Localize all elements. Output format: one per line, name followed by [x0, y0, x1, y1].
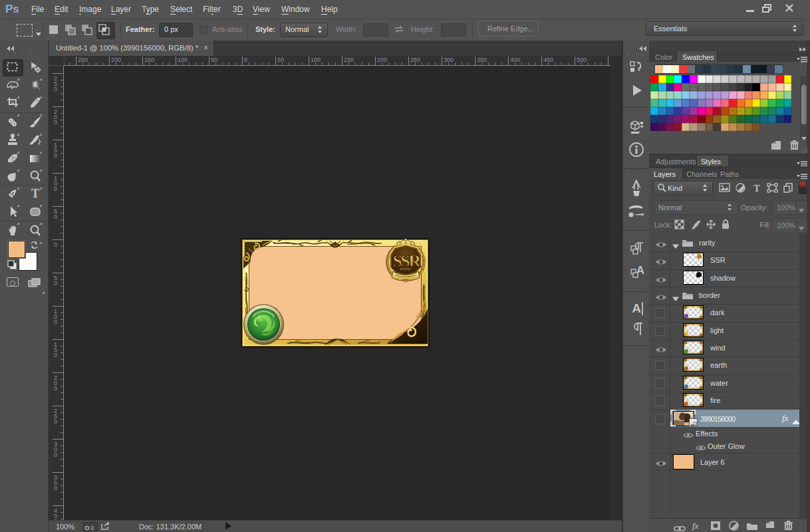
svg-text:350: 350 [477, 57, 487, 63]
svg-text:100: 100 [311, 57, 321, 63]
svg-text:250: 250 [410, 57, 420, 63]
svg-text:150: 150 [144, 57, 154, 63]
svg-text:0: 0 [54, 241, 57, 248]
svg-text:0: 0 [54, 152, 57, 159]
svg-text:250: 250 [78, 57, 88, 63]
svg-text:0: 0 [54, 86, 57, 92]
svg-text:400: 400 [510, 57, 520, 63]
svg-text:T: T [753, 183, 760, 193]
svg-text:0: 0 [54, 418, 57, 425]
svg-text:0: 0 [54, 213, 57, 220]
svg-text:50: 50 [277, 57, 284, 63]
svg-text:100: 100 [178, 57, 188, 63]
svg-text:300: 300 [444, 57, 454, 63]
svg-text:50: 50 [211, 57, 217, 63]
svg-text:150: 150 [344, 57, 354, 63]
svg-text:200: 200 [111, 57, 121, 63]
svg-text:0: 0 [54, 119, 57, 126]
svg-text:SSR: SSR [392, 251, 421, 271]
svg-text:0: 0 [244, 57, 247, 63]
svg-text:200: 200 [377, 57, 387, 63]
svg-text:500: 500 [577, 57, 587, 63]
svg-text:A: A [632, 301, 641, 315]
svg-text:0: 0 [54, 319, 57, 325]
svg-text:0: 0 [54, 186, 57, 192]
svg-text:T: T [31, 187, 39, 200]
svg-text:0: 0 [54, 485, 57, 491]
svg-text:0: 0 [54, 352, 57, 358]
svg-text:450: 450 [543, 57, 553, 63]
svg-text:0: 0 [54, 385, 57, 392]
svg-text:0: 0 [54, 280, 57, 287]
svg-text:0: 0 [54, 452, 57, 458]
